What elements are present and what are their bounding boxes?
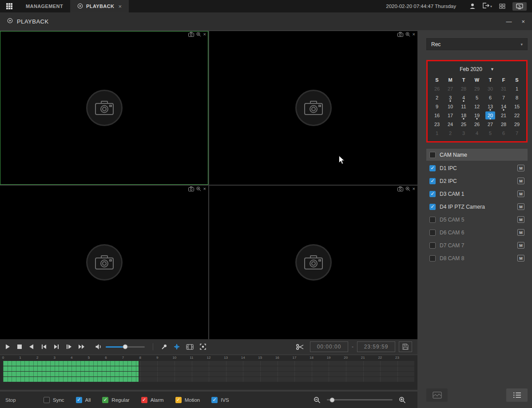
close-button[interactable]: ×: [521, 18, 525, 25]
recording-segment[interactable]: [3, 361, 139, 366]
file-list-button[interactable]: [506, 388, 528, 402]
snapshot-icon[interactable]: [188, 32, 194, 37]
timeline-row[interactable]: [3, 372, 414, 376]
apps-menu-button[interactable]: [0, 0, 19, 12]
timeline-row[interactable]: [3, 377, 414, 382]
calendar-day[interactable]: 22: [510, 111, 524, 120]
close-channel-icon[interactable]: ×: [413, 32, 415, 37]
calendar-day[interactable]: 15: [510, 102, 524, 111]
snapshot-icon[interactable]: [188, 186, 194, 191]
calendar-day[interactable]: 7: [510, 129, 524, 138]
tab-management[interactable]: MANAGEMENT: [19, 0, 70, 12]
calendar-day[interactable]: 14: [497, 102, 510, 111]
fullscreen-icon[interactable]: [200, 344, 206, 350]
camera-row[interactable]: ✓D1 IPCM: [426, 162, 528, 174]
camera-checkbox[interactable]: [429, 242, 436, 249]
sync-toggle[interactable]: Sync: [44, 397, 64, 403]
calendar-day[interactable]: 23: [430, 120, 444, 129]
filter-checkbox[interactable]: ✓: [141, 397, 147, 403]
minimize-button[interactable]: —: [506, 18, 512, 25]
stream-type-badge[interactable]: M: [517, 178, 524, 184]
filter-checkbox[interactable]: ✓: [76, 397, 82, 403]
save-clip-button[interactable]: [399, 341, 412, 352]
calendar-day[interactable]: 1: [510, 84, 524, 93]
calendar-day[interactable]: 5: [484, 129, 497, 138]
volume-icon[interactable]: [95, 344, 102, 350]
stream-type-badge[interactable]: M: [517, 242, 524, 249]
calendar-day[interactable]: 21: [497, 111, 510, 120]
calendar-day[interactable]: 1: [430, 129, 444, 138]
calendar-day[interactable]: 30: [484, 84, 497, 93]
calendar-day[interactable]: 6: [484, 93, 497, 102]
stream-type-badge[interactable]: M: [517, 216, 524, 223]
clip-export-button[interactable]: [426, 388, 448, 402]
calendar-day[interactable]: 28: [497, 120, 510, 129]
stream-type-badge[interactable]: M: [517, 165, 524, 171]
stream-type-badge[interactable]: M: [517, 229, 524, 236]
filter-all[interactable]: ✓All: [76, 397, 91, 403]
sync-checkbox[interactable]: [44, 397, 50, 403]
camera-row[interactable]: ✓D4 IP PTZ CameraM: [426, 200, 528, 213]
recording-segment[interactable]: [3, 366, 139, 371]
camera-row[interactable]: ✓D2 IPCM: [426, 174, 528, 187]
snapshot-icon[interactable]: [397, 32, 403, 37]
smart-search-icon[interactable]: [186, 344, 194, 350]
zoom-in-icon[interactable]: [399, 396, 406, 404]
calendar-day[interactable]: 27: [484, 120, 497, 129]
calendar-day[interactable]: 12: [470, 102, 484, 111]
calendar-day[interactable]: 9: [430, 102, 444, 111]
volume-slider-knob[interactable]: [123, 345, 128, 349]
digital-zoom-icon[interactable]: [196, 186, 201, 191]
calendar-day[interactable]: 7: [497, 93, 510, 102]
stream-type-badge[interactable]: M: [517, 203, 524, 210]
digital-zoom-icon[interactable]: [405, 32, 410, 37]
timeline-zoom-knob[interactable]: [330, 397, 334, 402]
calendar-day[interactable]: 29: [470, 84, 484, 93]
record-type-dropdown[interactable]: Rec ▾: [426, 38, 528, 50]
filter-ivs[interactable]: ✓IVS: [211, 397, 229, 403]
recording-segment[interactable]: [3, 372, 139, 376]
play-button[interactable]: [4, 344, 11, 350]
calendar-day[interactable]: 13: [484, 102, 497, 111]
tab-playback[interactable]: PLAYBACK ×: [70, 0, 129, 12]
volume-slider[interactable]: [106, 346, 145, 348]
pin-tag-icon[interactable]: [161, 344, 167, 350]
calendar-day[interactable]: 10: [444, 102, 457, 111]
fast-forward-button[interactable]: [78, 344, 85, 350]
camera-checkbox[interactable]: [429, 255, 436, 261]
calendar-day[interactable]: 6: [497, 129, 510, 138]
calendar-day[interactable]: 26: [430, 84, 444, 93]
filter-checkbox[interactable]: ✓: [175, 397, 182, 403]
close-tab-icon[interactable]: ×: [118, 3, 122, 10]
calendar-day[interactable]: 24: [444, 120, 457, 129]
stream-type-badge[interactable]: M: [517, 255, 524, 261]
camera-checkbox[interactable]: ✓: [429, 204, 436, 210]
digital-zoom-icon[interactable]: [196, 32, 201, 37]
filter-regular[interactable]: ✓Regular: [102, 397, 129, 403]
camera-checkbox[interactable]: [429, 230, 436, 236]
camera-checkbox[interactable]: [429, 217, 436, 223]
calendar-day[interactable]: 18: [457, 111, 470, 120]
clip-end-time[interactable]: 23:59:59: [357, 341, 395, 352]
add-mark-icon[interactable]: [174, 344, 180, 350]
clip-scissors-button[interactable]: [293, 341, 306, 352]
digital-zoom-icon[interactable]: [405, 186, 410, 191]
calendar-day-selected[interactable]: 20: [484, 111, 497, 120]
snapshot-icon[interactable]: [397, 186, 403, 191]
next-frame-button[interactable]: [53, 344, 60, 350]
timeline-row[interactable]: [3, 361, 414, 366]
display-output-icon[interactable]: [512, 2, 527, 11]
calendar-day[interactable]: 4: [470, 129, 484, 138]
video-cell[interactable]: ×: [0, 186, 208, 339]
calendar-day[interactable]: 17: [444, 111, 457, 120]
calendar-day[interactable]: 5: [470, 93, 484, 102]
camera-checkbox[interactable]: ✓: [429, 178, 436, 184]
calendar-day[interactable]: 3: [444, 93, 457, 102]
screen-layout-icon[interactable]: [499, 4, 505, 9]
camera-checkbox[interactable]: ✓: [429, 165, 436, 171]
filter-alarm[interactable]: ✓Alarm: [141, 397, 164, 403]
camera-row[interactable]: ✓D3 CAM 1M: [426, 187, 528, 200]
recording-segment[interactable]: [3, 377, 139, 382]
camera-row[interactable]: D6 CAM 6M: [426, 226, 528, 239]
video-cell[interactable]: ×: [209, 186, 417, 339]
